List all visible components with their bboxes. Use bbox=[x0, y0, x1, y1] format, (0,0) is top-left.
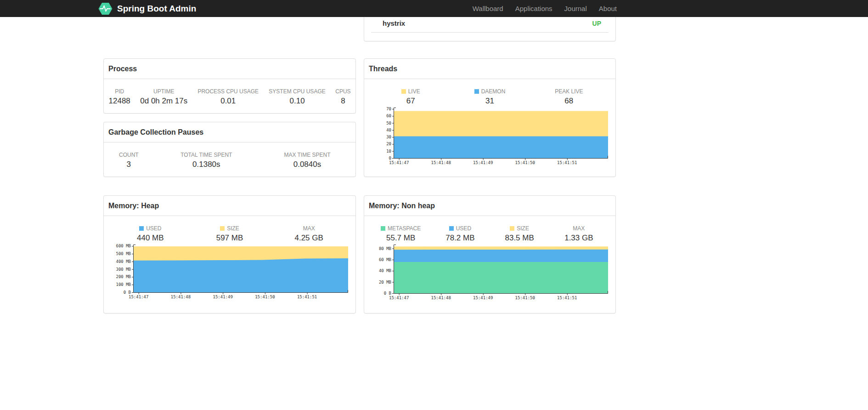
metric-label: PID bbox=[104, 79, 135, 95]
live-swatch-icon bbox=[401, 89, 406, 94]
threads-panel-title: Threads bbox=[364, 59, 615, 79]
memory-nonheap-chart: 0 B20 MB40 MB60 MB80 MB15:41:4715:41:481… bbox=[370, 242, 611, 302]
gc-panel-title: Garbage Collection Pauses bbox=[104, 122, 355, 142]
size-swatch-icon bbox=[510, 226, 514, 231]
metric-label: UPTIME bbox=[135, 79, 192, 95]
svg-text:15:41:48: 15:41:48 bbox=[171, 295, 191, 299]
stat-value: 55.7 MB bbox=[371, 233, 430, 243]
threads-chart: 01020304050607015:41:4715:41:4815:41:491… bbox=[370, 105, 611, 166]
gc-metrics-table: COUNT TOTAL TIME SPENT MAX TIME SPENT 3 … bbox=[104, 142, 355, 173]
stat-label: SIZE bbox=[190, 225, 270, 232]
stat-value: 597 MB bbox=[190, 233, 270, 243]
nav-about[interactable]: About bbox=[599, 5, 617, 12]
process-panel-title: Process bbox=[104, 59, 355, 79]
stat-used: USED 440 MB bbox=[111, 225, 190, 243]
gc-metrics-values-row: 3 0.1380s 0.0840s bbox=[104, 158, 355, 173]
metric-value: 0.1380s bbox=[154, 158, 259, 173]
metric-value: 0.01 bbox=[192, 95, 264, 109]
spring-boot-admin-logo-icon bbox=[98, 2, 113, 15]
brand-title: Spring Boot Admin bbox=[117, 4, 196, 14]
nav-journal[interactable]: Journal bbox=[564, 5, 587, 12]
stat-label-text: SIZE bbox=[227, 225, 239, 232]
process-metrics-table: PID UPTIME PROCESS CPU USAGE SYSTEM CPU … bbox=[104, 79, 355, 109]
stat-label-text: DAEMON bbox=[481, 88, 506, 95]
svg-text:15:41:51: 15:41:51 bbox=[297, 295, 317, 299]
svg-text:20: 20 bbox=[386, 142, 391, 146]
stat-label: USED bbox=[430, 225, 490, 232]
svg-text:15:41:49: 15:41:49 bbox=[473, 296, 493, 300]
stat-value: 4.25 GB bbox=[269, 233, 349, 243]
memory-heap-chart: 0 B100 MB200 MB300 MB400 MB500 MB600 MB1… bbox=[109, 242, 351, 301]
svg-text:15:41:49: 15:41:49 bbox=[473, 160, 493, 165]
stat-daemon: DAEMON 31 bbox=[450, 88, 529, 106]
gc-pauses-panel: Garbage Collection Pauses COUNT TOTAL TI… bbox=[103, 122, 356, 177]
metric-value: 8 bbox=[331, 95, 355, 109]
stat-label-text: SIZE bbox=[517, 225, 529, 232]
stat-label: DAEMON bbox=[450, 88, 529, 95]
metric-value: 0.10 bbox=[264, 95, 331, 109]
daemon-swatch-icon bbox=[474, 89, 479, 94]
stat-value: 78.2 MB bbox=[430, 233, 490, 243]
svg-text:600 MB: 600 MB bbox=[116, 244, 131, 248]
svg-text:15:41:49: 15:41:49 bbox=[213, 295, 232, 299]
stat-label-text: USED bbox=[146, 225, 161, 232]
svg-text:15:41:48: 15:41:48 bbox=[431, 160, 451, 165]
navbar-inner: Spring Boot Admin Wallboard Applications… bbox=[98, 0, 617, 17]
application-row-hystrix[interactable]: hystrix UP bbox=[371, 14, 609, 33]
stat-max: MAX 4.25 GB bbox=[269, 225, 349, 243]
stat-value: 31 bbox=[450, 97, 529, 106]
svg-text:15:41:47: 15:41:47 bbox=[389, 160, 409, 165]
svg-text:50: 50 bbox=[386, 121, 391, 125]
stat-metaspace: METASPACE 55.7 MB bbox=[371, 225, 430, 243]
metric-label: COUNT bbox=[104, 142, 154, 158]
svg-text:15:41:51: 15:41:51 bbox=[557, 296, 577, 300]
memory-nonheap-panel-title: Memory: Non heap bbox=[364, 196, 615, 216]
metric-value: 0.0840s bbox=[259, 158, 355, 173]
stat-label: PEAK LIVE bbox=[530, 88, 609, 95]
brand-link[interactable]: Spring Boot Admin bbox=[98, 2, 196, 15]
svg-text:60 MB: 60 MB bbox=[379, 257, 391, 262]
memory-nonheap-legend: METASPACE 55.7 MB USED 78.2 MB SIZE 83.5… bbox=[364, 216, 615, 243]
svg-text:0 B: 0 B bbox=[384, 291, 391, 296]
process-metrics-labels-row: PID UPTIME PROCESS CPU USAGE SYSTEM CPU … bbox=[104, 79, 355, 95]
svg-text:60: 60 bbox=[386, 114, 391, 118]
gc-metrics-labels-row: COUNT TOTAL TIME SPENT MAX TIME SPENT bbox=[104, 142, 355, 158]
svg-text:0: 0 bbox=[389, 156, 391, 160]
application-name: hystrix bbox=[383, 19, 405, 27]
process-metrics-values-row: 12488 0d 0h 2m 17s 0.01 0.10 8 bbox=[104, 95, 355, 109]
stat-label: MAX bbox=[549, 225, 609, 232]
memory-heap-panel-title: Memory: Heap bbox=[104, 196, 355, 216]
size-swatch-icon bbox=[220, 226, 225, 231]
stat-size: SIZE 597 MB bbox=[190, 225, 270, 243]
navbar: Spring Boot Admin Wallboard Applications… bbox=[0, 0, 868, 17]
memory-nonheap-panel: Memory: Non heap METASPACE 55.7 MB USED … bbox=[364, 195, 616, 313]
stat-label-text: METASPACE bbox=[388, 225, 421, 232]
metric-label: SYSTEM CPU USAGE bbox=[264, 79, 331, 95]
stat-label: LIVE bbox=[371, 88, 450, 95]
stat-label-text: MAX bbox=[303, 225, 315, 232]
stat-value: 1.33 GB bbox=[549, 233, 609, 243]
memory-heap-legend: USED 440 MB SIZE 597 MB MAX 4.25 GB bbox=[104, 216, 355, 243]
stat-used: USED 78.2 MB bbox=[430, 225, 490, 243]
stat-label: SIZE bbox=[490, 225, 549, 232]
metric-label: CPUS bbox=[331, 79, 355, 95]
svg-text:80 MB: 80 MB bbox=[379, 246, 391, 251]
metric-value: 0d 0h 2m 17s bbox=[135, 95, 192, 109]
stat-value: 440 MB bbox=[111, 233, 190, 243]
stat-label-text: LIVE bbox=[408, 88, 420, 95]
stat-label-text: USED bbox=[456, 225, 471, 232]
nav-applications[interactable]: Applications bbox=[515, 5, 552, 12]
stat-label-text: PEAK LIVE bbox=[555, 88, 583, 95]
svg-text:15:41:48: 15:41:48 bbox=[431, 296, 451, 300]
process-panel: Process PID UPTIME PROCESS CPU USAGE SYS… bbox=[103, 58, 356, 114]
stat-peak-live: PEAK LIVE 68 bbox=[530, 88, 609, 106]
main-nav: Wallboard Applications Journal About bbox=[473, 5, 617, 12]
metric-label: MAX TIME SPENT bbox=[259, 142, 355, 158]
memory-heap-panel: Memory: Heap USED 440 MB SIZE 597 MB MAX… bbox=[103, 195, 356, 313]
metric-value: 3 bbox=[104, 158, 154, 173]
metric-value: 12488 bbox=[104, 95, 135, 109]
threads-legend: LIVE 67 DAEMON 31 PEAK LIVE 68 bbox=[364, 79, 615, 106]
stat-label: USED bbox=[111, 225, 190, 232]
nav-wallboard[interactable]: Wallboard bbox=[473, 5, 503, 12]
svg-text:40: 40 bbox=[386, 128, 391, 132]
